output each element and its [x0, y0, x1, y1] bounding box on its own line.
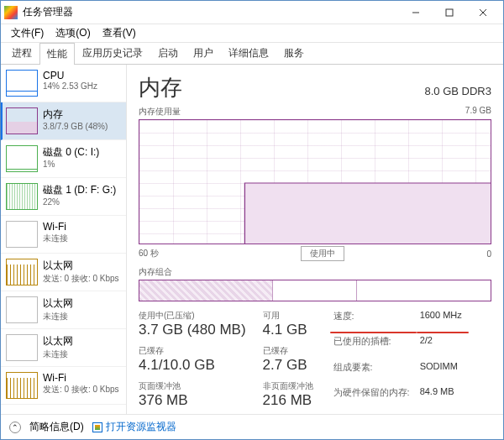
sidebar-item-label: 磁盘 1 (D: F: G:) [43, 183, 116, 197]
footer: ⌃ 简略信息(D) 打开资源监视器 [1, 414, 503, 439]
sidebar-item-label: Wi-Fi [43, 372, 119, 384]
sidebar-item-sub: 22% [43, 197, 116, 207]
resmon-label: 打开资源监视器 [106, 420, 176, 434]
sidebar-item-sub: 发送: 0 接收: 0 Kbps [43, 273, 119, 285]
tab-apphistory[interactable]: 应用历史记录 [75, 42, 150, 64]
memory-minigraph-icon [6, 107, 38, 134]
tab-users[interactable]: 用户 [186, 42, 221, 64]
window-title: 任务管理器 [23, 5, 399, 19]
cpu-minigraph-icon [6, 70, 38, 97]
chart-ymax: 7.9 GB [465, 106, 491, 118]
sidebar-item-sub: 14% 2.53 GHz [43, 81, 97, 91]
close-button[interactable] [466, 2, 500, 24]
reserved-label: 为硬件保留的内存: [333, 386, 410, 409]
sidebar-item-disk1[interactable]: 磁盘 1 (D: F: G:)22% [1, 178, 126, 216]
menu-file[interactable]: 文件(F) [6, 24, 49, 42]
speed-value: 1600 MHz [420, 310, 462, 333]
menu-view[interactable]: 查看(V) [97, 24, 141, 42]
disk-minigraph-icon [6, 145, 38, 172]
brief-info-button[interactable]: 简略信息(D) [29, 420, 84, 434]
resmon-icon [92, 422, 102, 432]
stat-value: 216 MB [263, 392, 313, 409]
stat-value: 4.1/10.0 GB [139, 357, 246, 374]
sidebar-item-sub: 3.8/7.9 GB (48%) [43, 122, 108, 131]
sidebar-item-wifi[interactable]: Wi-Fi未连接 [1, 216, 126, 254]
stat-label: 页面缓冲池 [139, 380, 246, 392]
sidebar-item-ethernet[interactable]: 以太网未连接 [1, 329, 126, 367]
sidebar-item-sub: 未连接 [43, 233, 68, 244]
stat-value: 2.7 GB [263, 357, 313, 374]
sidebar-item-label: 以太网 [43, 259, 119, 273]
ethernet-minigraph-icon [6, 296, 38, 323]
tab-performance[interactable]: 性能 [39, 43, 75, 65]
wifi-minigraph-icon [6, 221, 38, 248]
content: CPU14% 2.53 GHz 内存3.8/7.9 GB (48%) 磁盘 0 … [1, 65, 503, 414]
sidebar-item-label: CPU [43, 70, 97, 81]
sidebar-item-cpu[interactable]: CPU14% 2.53 GHz [1, 65, 126, 102]
sidebar-item-label: 磁盘 0 (C: I:) [43, 145, 99, 160]
ethernet-minigraph-icon [6, 334, 38, 361]
sidebar-item-sub: 未连接 [43, 348, 73, 360]
tab-processes[interactable]: 进程 [4, 42, 39, 64]
sidebar-item-disk0[interactable]: 磁盘 0 (C: I:)1% [1, 140, 126, 178]
sidebar-item-ethernet[interactable]: 以太网未连接 [1, 291, 126, 329]
main-panel: 内存 8.0 GB DDR3 内存使用量 7.9 GB 60 秒 使用中 0 [127, 65, 503, 414]
sidebar-item-ethernet[interactable]: 以太网发送: 0 接收: 0 Kbps [1, 254, 126, 291]
tab-startup[interactable]: 启动 [150, 42, 186, 64]
stat-label: 使用中(已压缩) [139, 310, 246, 322]
memory-composition-bar[interactable] [139, 280, 491, 301]
form-value: SODIMM [420, 361, 462, 384]
stat-value: 3.7 GB (480 MB) [139, 322, 246, 338]
collapse-icon[interactable]: ⌃ [9, 422, 21, 433]
window-controls [399, 2, 500, 24]
chart-label: 内存使用量 [139, 106, 181, 118]
stat-label: 已缓存 [139, 345, 246, 357]
composition-standby [273, 280, 357, 301]
sidebar-item-wifi[interactable]: Wi-Fi发送: 0 接收: 0 Kbps [1, 367, 126, 405]
stat-label: 非页面缓冲池 [263, 380, 313, 392]
tab-details[interactable]: 详细信息 [221, 42, 276, 64]
tab-services[interactable]: 服务 [276, 42, 312, 64]
composition-free [357, 280, 491, 301]
chart-area-icon [139, 118, 491, 244]
speed-label: 速度: [333, 310, 410, 333]
ethernet-minigraph-icon [6, 259, 38, 285]
open-resmon-link[interactable]: 打开资源监视器 [92, 420, 176, 434]
sidebar-item-sub: 未连接 [43, 311, 73, 322]
sidebar-item-label: 内存 [43, 107, 108, 122]
chart-xleft: 60 秒 [139, 248, 159, 259]
in-use-tag: 使用中 [301, 246, 344, 261]
wifi-minigraph-icon [6, 372, 38, 399]
app-icon [4, 6, 18, 19]
titlebar: 任务管理器 [1, 1, 503, 24]
sidebar[interactable]: CPU14% 2.53 GHz 内存3.8/7.9 GB (48%) 磁盘 0 … [1, 65, 127, 414]
tabs: 进程 性能 应用历史记录 启动 用户 详细信息 服务 [1, 43, 503, 65]
stats: 使用中(已压缩)3.7 GB (480 MB) 可用4.1 GB 已缓存4.1/… [139, 310, 491, 409]
svg-rect-1 [446, 9, 453, 16]
slots-value: 2/2 [420, 335, 462, 358]
sidebar-item-sub: 1% [43, 160, 99, 169]
sidebar-item-label: Wi-Fi [43, 221, 68, 233]
sidebar-item-label: 以太网 [43, 334, 73, 348]
stat-value: 376 MB [139, 392, 246, 409]
menu-options[interactable]: 选项(O) [50, 24, 95, 42]
composition-inuse [139, 280, 273, 301]
slots-label: 已使用的插槽: [333, 335, 410, 358]
minimize-button[interactable] [399, 2, 433, 24]
memory-spec: 8.0 GB DDR3 [425, 85, 491, 97]
stat-label: 可用 [263, 310, 313, 322]
maximize-button[interactable] [433, 2, 466, 24]
composition-label: 内存组合 [139, 266, 491, 278]
stat-label: 已缓存 [263, 345, 313, 357]
sidebar-item-sub: 发送: 0 接收: 0 Kbps [43, 384, 119, 395]
reserved-value: 84.9 MB [420, 386, 462, 409]
memory-usage-chart[interactable] [139, 119, 491, 244]
sidebar-item-label: 以太网 [43, 296, 73, 311]
stat-value: 4.1 GB [263, 322, 313, 338]
form-label: 组成要素: [333, 361, 410, 384]
page-title: 内存 [139, 73, 182, 102]
task-manager-window: 任务管理器 文件(F) 选项(O) 查看(V) 进程 性能 应用历史记录 启动 … [0, 0, 504, 440]
chart-xright: 0 [486, 249, 491, 259]
sidebar-item-memory[interactable]: 内存3.8/7.9 GB (48%) [1, 102, 126, 140]
disk-minigraph-icon [6, 183, 38, 210]
